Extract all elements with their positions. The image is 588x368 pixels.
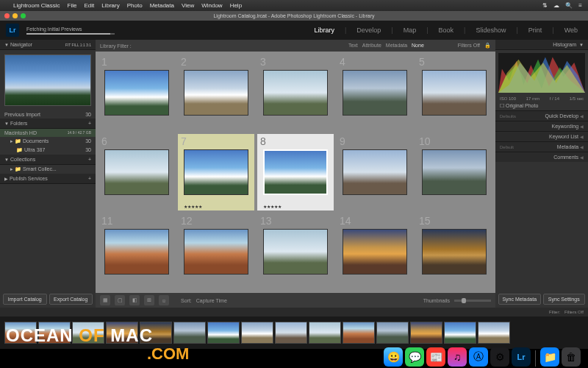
menu-window[interactable]: Window bbox=[201, 2, 222, 9]
photo-thumb[interactable] bbox=[422, 229, 487, 275]
volume-row[interactable]: Macintosh HD 14.9 / 42.7 GB bbox=[0, 129, 96, 137]
module-web[interactable]: Web bbox=[560, 24, 582, 36]
grid-cell[interactable]: 6 bbox=[98, 134, 175, 210]
module-develop[interactable]: Develop bbox=[352, 24, 385, 36]
grid-cell[interactable]: 11 bbox=[98, 213, 175, 290]
navigator-preview[interactable] bbox=[4, 54, 91, 106]
photo-thumb[interactable] bbox=[343, 229, 407, 275]
photo-thumb[interactable] bbox=[184, 229, 248, 275]
rating-stars[interactable]: ★★★★★ bbox=[184, 204, 202, 209]
keyword-list-panel[interactable]: Keyword List ◀ bbox=[495, 131, 588, 141]
rating-stars[interactable]: ★★★★★ bbox=[263, 204, 282, 209]
sync-settings-button[interactable]: Sync Settings bbox=[543, 294, 586, 305]
grid-cell[interactable]: 2 bbox=[178, 54, 254, 131]
compare-view-icon[interactable]: ◧ bbox=[129, 295, 140, 305]
smart-collection-row[interactable]: ▸ 📁 Smart Collec... bbox=[0, 165, 96, 174]
module-library[interactable]: Library bbox=[309, 24, 339, 36]
menu-library[interactable]: Library bbox=[101, 2, 119, 9]
filter-text[interactable]: Text bbox=[348, 43, 358, 49]
people-view-icon[interactable]: ☺ bbox=[159, 295, 169, 305]
zoom-button[interactable] bbox=[21, 13, 26, 18]
photo-thumb[interactable] bbox=[263, 70, 328, 116]
menu-metadata[interactable]: Metadata bbox=[150, 2, 174, 9]
photo-thumb[interactable] bbox=[422, 70, 487, 116]
menu-file[interactable]: File bbox=[68, 2, 77, 9]
photo-thumb[interactable] bbox=[343, 70, 407, 116]
folders-header[interactable]: ▼ Folders+ bbox=[0, 118, 96, 129]
photo-thumb[interactable] bbox=[422, 149, 487, 195]
filmstrip-thumb[interactable] bbox=[207, 322, 240, 344]
menubar-control-icon[interactable]: ≡ bbox=[578, 2, 582, 9]
filter-attribute[interactable]: Attribute bbox=[362, 43, 381, 49]
grid-cell[interactable]: 9 bbox=[337, 134, 413, 210]
grid-cell[interactable]: 3 bbox=[257, 54, 334, 131]
menu-photo[interactable]: Photo bbox=[127, 2, 143, 9]
dock-news-icon[interactable]: 📰 bbox=[426, 347, 445, 367]
app-menu[interactable]: Lightroom Classic bbox=[13, 2, 60, 9]
grid-cell[interactable]: 12 bbox=[178, 213, 254, 290]
menu-help[interactable]: Help bbox=[230, 2, 242, 9]
module-print[interactable]: Print bbox=[524, 24, 547, 36]
plus-icon[interactable]: + bbox=[88, 157, 91, 162]
sync-metadata-button[interactable]: Sync Metadata bbox=[498, 294, 541, 305]
photo-thumb[interactable] bbox=[104, 70, 169, 116]
grid-cell-active[interactable]: 8★★★★★ bbox=[257, 134, 334, 210]
previous-import-row[interactable]: Previous Import 30 bbox=[0, 110, 96, 118]
dock-downloads-icon[interactable]: 📁 bbox=[540, 347, 559, 367]
dock-settings-icon[interactable]: ⚙ bbox=[490, 347, 509, 367]
filmstrip-thumb[interactable] bbox=[410, 322, 442, 344]
import-catalog-button[interactable]: Import Catalog bbox=[3, 294, 47, 305]
lock-icon[interactable]: 🔒 bbox=[484, 43, 491, 49]
filter-metadata[interactable]: Metadata bbox=[386, 43, 407, 49]
grid-cell[interactable]: 13 bbox=[257, 213, 334, 290]
histogram-display[interactable] bbox=[498, 53, 585, 93]
photo-thumb[interactable] bbox=[263, 149, 328, 195]
sort-value[interactable]: Capture Time bbox=[196, 298, 227, 303]
grid-cell[interactable]: 5 bbox=[416, 54, 492, 131]
filters-off[interactable]: Filters Off bbox=[458, 43, 480, 49]
loupe-view-icon[interactable]: ▢ bbox=[115, 295, 125, 305]
module-slideshow[interactable]: Slideshow bbox=[471, 24, 510, 36]
collections-header[interactable]: ▼ Collections+ bbox=[0, 155, 96, 165]
minimize-button[interactable] bbox=[12, 13, 18, 18]
filmstrip-thumb[interactable] bbox=[309, 322, 341, 344]
menu-edit[interactable]: Edit bbox=[84, 2, 94, 9]
filmstrip-filters-off[interactable]: Filters Off bbox=[564, 310, 584, 314]
photo-thumb[interactable] bbox=[343, 149, 407, 195]
grid-cell[interactable]: 1 bbox=[98, 54, 175, 131]
filmstrip-thumb[interactable] bbox=[343, 322, 375, 344]
menubar-cc-icon[interactable]: ☁ bbox=[553, 2, 559, 9]
metadata-panel[interactable]: DefaultMetadata ◀ bbox=[495, 141, 588, 152]
grid-cell[interactable]: 15 bbox=[416, 213, 492, 290]
filmstrip-thumb[interactable] bbox=[173, 322, 206, 344]
close-button[interactable] bbox=[4, 13, 10, 18]
filmstrip-thumb[interactable] bbox=[444, 322, 476, 344]
navigator-header[interactable]: ▼ Navigator FIT FILL 1:1 3:1 bbox=[0, 40, 96, 50]
grid-cell-selected[interactable]: 7★★★★★ bbox=[178, 134, 254, 210]
export-catalog-button[interactable]: Export Catalog bbox=[49, 294, 93, 305]
grid-cell[interactable]: 10 bbox=[416, 134, 492, 210]
photo-thumb[interactable] bbox=[104, 229, 169, 275]
histogram-header[interactable]: Histogram ▼ bbox=[495, 40, 588, 50]
folder-ultra[interactable]: 📁 Ultra 38730 bbox=[0, 146, 96, 155]
navigator-zoom-opts[interactable]: FIT FILL 1:1 3:1 bbox=[65, 43, 91, 47]
photo-thumb[interactable] bbox=[184, 149, 248, 195]
grid-cell[interactable]: 4 bbox=[337, 54, 413, 131]
dock-finder-icon[interactable]: 😀 bbox=[384, 347, 403, 367]
menu-view[interactable]: View bbox=[182, 2, 194, 9]
menubar-sync-icon[interactable]: ⇅ bbox=[542, 2, 548, 9]
module-book[interactable]: Book bbox=[434, 24, 459, 36]
dock-music-icon[interactable]: ♫ bbox=[448, 347, 467, 367]
plus-icon[interactable]: + bbox=[88, 121, 91, 126]
original-photo-row[interactable]: ☐ Original Photo bbox=[495, 102, 588, 110]
photo-thumb[interactable] bbox=[263, 229, 328, 275]
grid-cell[interactable]: 14 bbox=[337, 213, 413, 290]
dock-appstore-icon[interactable]: Ⓐ bbox=[469, 347, 488, 367]
publish-header[interactable]: ▶ Publish Services+ bbox=[0, 174, 96, 184]
filmstrip-thumb[interactable] bbox=[241, 322, 273, 344]
module-map[interactable]: Map bbox=[399, 24, 421, 36]
dock-trash-icon[interactable]: 🗑 bbox=[562, 347, 581, 367]
filmstrip-thumb[interactable] bbox=[478, 322, 510, 344]
filter-none[interactable]: None bbox=[412, 43, 424, 49]
menubar-search-icon[interactable]: 🔍 bbox=[565, 2, 573, 9]
